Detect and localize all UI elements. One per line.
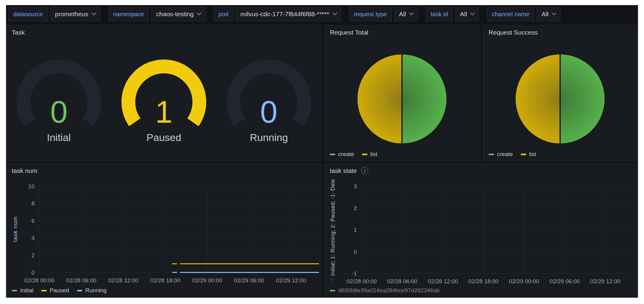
legend-swatch	[12, 290, 17, 291]
gauge-label: Paused	[146, 132, 181, 143]
svg-text:02/28 00:00: 02/28 00:00	[24, 277, 54, 284]
legend-item-d692b8e39a024ea284bce97d282346ab[interactable]: d692b8e39a024ea284bce97d282346ab	[330, 287, 440, 294]
legend: createlist	[330, 151, 377, 158]
variable-label: datasource	[8, 7, 48, 21]
gauge-value: 0	[50, 94, 68, 129]
variable-select[interactable]: prometheus	[50, 7, 100, 21]
chevron-down-icon	[197, 11, 202, 15]
variable-task-id: task idAll	[426, 7, 479, 21]
variables-toolbar: datasourceprometheusnamespacechaos-testi…	[8, 7, 560, 22]
pie-slice-list[interactable]	[357, 54, 402, 143]
variable-label: task id	[426, 7, 453, 21]
legend-swatch	[77, 290, 82, 291]
pie-chart[interactable]	[483, 25, 638, 162]
svg-text:02/29 00:00: 02/29 00:00	[509, 278, 539, 284]
svg-text:10: 10	[28, 183, 35, 189]
variable-select[interactable]: All	[537, 7, 560, 21]
variable-label: request type	[349, 7, 392, 21]
legend: d692b8e39a024ea284bce97d282346ab	[330, 287, 440, 294]
gauge-label: Running	[250, 132, 288, 143]
variable-request-type: request typeAll	[349, 7, 418, 21]
svg-text:02/29 06:00: 02/29 06:00	[234, 277, 264, 284]
gauge-paused: 1Paused	[111, 58, 216, 143]
legend-item-Running[interactable]: Running	[77, 287, 107, 294]
info-icon[interactable]: i	[361, 167, 368, 174]
legend-swatch	[41, 290, 47, 291]
panel-task: Task 0Initial1Paused0Running	[6, 25, 322, 161]
variable-select[interactable]: All	[455, 7, 479, 21]
legend-item-create[interactable]: create	[489, 151, 513, 158]
variable-pod: podmilvus-cdc-177-7f844f6f88-*****	[213, 7, 341, 21]
legend-item-list[interactable]: list	[521, 151, 536, 158]
time-series-chart[interactable]: 024681002/28 00:0002/28 06:0002/28 12:00…	[6, 164, 322, 298]
svg-text:2: 2	[31, 252, 35, 259]
legend-item-Paused[interactable]: Paused	[41, 287, 69, 294]
chevron-down-icon	[333, 11, 337, 15]
legend-swatch	[330, 154, 335, 155]
pie-slice-list[interactable]	[516, 54, 560, 143]
variable-label: namespace	[108, 7, 149, 21]
gauge-value: 0	[260, 94, 278, 129]
svg-text:02/28 18:00: 02/28 18:00	[150, 277, 180, 284]
gauge-value: 1	[155, 94, 173, 129]
variable-select[interactable]: milvus-cdc-177-7f844f6f88-*****	[236, 7, 341, 21]
svg-text:8: 8	[31, 200, 35, 207]
svg-text:02/29 00:00: 02/29 00:00	[192, 277, 222, 284]
svg-text:02/29 12:00: 02/29 12:00	[590, 278, 620, 284]
svg-text:02/29 12:00: 02/29 12:00	[276, 277, 306, 284]
panel-request-success: Request Success createlist	[483, 25, 638, 161]
legend-swatch	[330, 290, 335, 291]
y-axis-title: task num	[11, 169, 19, 289]
gauge-group: 0Initial1Paused0Running	[6, 58, 321, 143]
panel-title[interactable]: task num	[12, 167, 37, 174]
gauge-label: Initial	[47, 132, 71, 143]
chevron-down-icon	[409, 11, 414, 15]
svg-text:02/28 12:00: 02/28 12:00	[108, 277, 138, 284]
svg-text:02/28 06:00: 02/28 06:00	[66, 277, 96, 284]
svg-text:1: 1	[354, 227, 357, 233]
pie-slice-create[interactable]	[402, 54, 446, 143]
panel-title[interactable]: Request Success	[489, 29, 538, 36]
dashboard: datasourceprometheusnamespacechaos-testi…	[6, 5, 638, 298]
variable-select[interactable]: chaos-testing	[151, 7, 206, 21]
variable-label: pod	[213, 7, 233, 21]
legend-swatch	[489, 154, 494, 155]
variable-channel-name: channel nameAll	[487, 7, 560, 21]
svg-text:3: 3	[354, 183, 357, 189]
variable-namespace: namespacechaos-testing	[108, 7, 206, 21]
chevron-down-icon	[470, 11, 475, 15]
legend-item-create[interactable]: create	[330, 151, 354, 158]
svg-text:4: 4	[31, 235, 35, 241]
chevron-down-icon	[92, 11, 97, 15]
variable-label: channel name	[487, 7, 534, 21]
svg-text:02/28 18:00: 02/28 18:00	[468, 278, 498, 284]
svg-text:2: 2	[354, 205, 357, 211]
pie-slice-create[interactable]	[560, 54, 605, 143]
legend: createlist	[489, 151, 536, 158]
svg-text:-1: -1	[352, 270, 357, 277]
legend: InitialPausedRunning	[12, 287, 107, 294]
svg-text:6: 6	[31, 218, 35, 224]
y-axis-title: ': Initial; 1: Running; 2: Paused; -1: D…	[329, 140, 337, 298]
svg-text:02/28 06:00: 02/28 06:00	[387, 278, 417, 284]
variable-datasource: datasourceprometheus	[8, 7, 100, 21]
svg-text:02/28 00:00: 02/28 00:00	[347, 278, 377, 284]
variable-select[interactable]: All	[394, 7, 418, 21]
svg-text:0: 0	[354, 249, 357, 255]
panel-task-state: task state i ': Initial; 1: Running; 2: …	[324, 163, 638, 298]
legend-swatch	[521, 154, 526, 155]
panel-title[interactable]: Task	[12, 29, 25, 36]
svg-text:02/29 06:00: 02/29 06:00	[550, 278, 580, 284]
chevron-down-icon	[552, 11, 557, 15]
panel-task-num: task num task num 024681002/28 00:0002/2…	[6, 163, 322, 298]
gauge-running: 0Running	[216, 58, 321, 143]
time-series-chart[interactable]: -1012302/28 00:0002/28 06:0002/28 12:000…	[324, 164, 638, 298]
panel-title[interactable]: task state i	[330, 167, 368, 174]
gauge-initial: 0Initial	[6, 58, 111, 143]
legend-item-list[interactable]: list	[362, 151, 377, 158]
legend-item-Initial[interactable]: Initial	[12, 287, 33, 294]
svg-text:02/28 12:00: 02/28 12:00	[428, 278, 458, 284]
panel-title[interactable]: Request Total	[330, 29, 368, 36]
pie-chart[interactable]	[324, 25, 481, 162]
legend-swatch	[362, 154, 367, 155]
